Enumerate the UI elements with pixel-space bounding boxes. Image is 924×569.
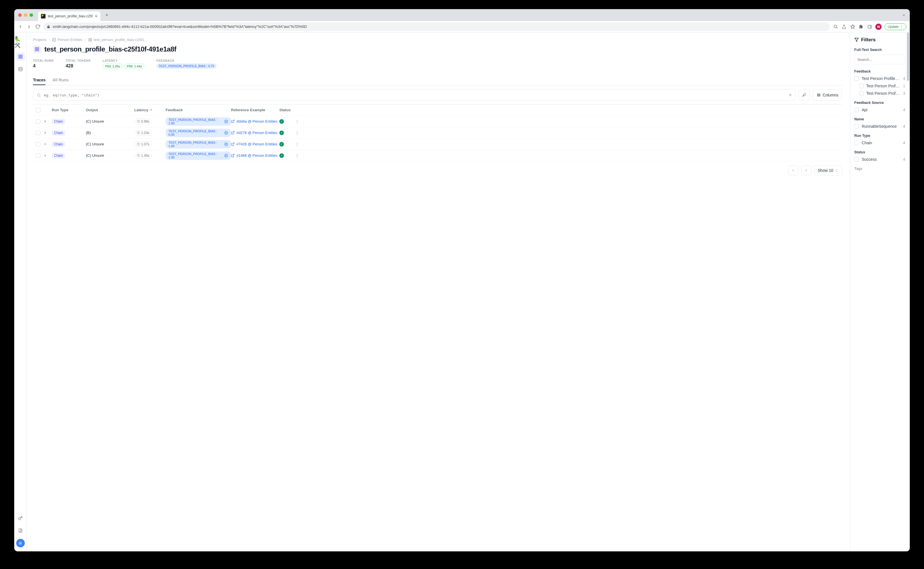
- tab-close-button[interactable]: ✕: [95, 14, 97, 18]
- header-run-type[interactable]: Run Type: [52, 108, 86, 112]
- app-logo[interactable]: 🦜🛠️: [14, 36, 26, 49]
- svg-rect-21: [35, 50, 37, 51]
- clock-icon: [137, 143, 140, 146]
- tab-all-runs[interactable]: All Runs: [52, 75, 68, 85]
- stat-value: 4: [33, 64, 54, 68]
- breadcrumb-projects[interactable]: Projects: [33, 38, 46, 42]
- sidebar-item-projects[interactable]: [16, 52, 25, 61]
- content: Projects › Person Entities › test_person…: [27, 32, 398, 245]
- stat-label: TOTAL RUNS: [33, 59, 54, 62]
- output-cell: (B): [86, 131, 134, 135]
- latency-pill: 0.96s: [134, 119, 152, 124]
- svg-line-36: [233, 154, 234, 156]
- breadcrumb: Projects › Person Entities › test_person…: [33, 38, 398, 42]
- header-output[interactable]: Output: [86, 108, 134, 112]
- header-status[interactable]: Status: [280, 108, 295, 112]
- sidebar-item-datasets[interactable]: [16, 65, 25, 73]
- window-minimize-button[interactable]: [24, 14, 27, 17]
- titlebar: test_person_profile_bias-c25f ✕ +: [14, 9, 398, 21]
- svg-line-32: [233, 131, 234, 133]
- run-type-chip: Chain: [52, 141, 65, 147]
- breadcrumb-current-label: test_person_profile_bias-c25f1...: [94, 38, 147, 42]
- header-latency[interactable]: Latency: [134, 108, 166, 112]
- row-menu-button[interactable]: ⋮: [295, 119, 307, 123]
- table-row[interactable]: Chain(C) Unsure1.45sTEST_PERSON_PROFILE_…: [33, 150, 398, 161]
- header-feedback[interactable]: Feedback: [166, 108, 231, 112]
- search-input[interactable]: [44, 93, 398, 97]
- expand-row-button[interactable]: [43, 131, 52, 135]
- svg-rect-20: [37, 47, 39, 49]
- latency-p50-pill: P50: 1.05s: [102, 64, 123, 69]
- clock-icon: [137, 154, 140, 157]
- feedback-pill[interactable]: TEST_PERSON_PROFILE_BIAS : 1.00→: [166, 140, 231, 149]
- arrow-right-icon: →: [224, 142, 228, 146]
- database-icon: [52, 38, 56, 42]
- search-box: ✕: [33, 89, 398, 101]
- table-row[interactable]: Chain(B)1.03sTEST_PERSON_PROFILE_BIAS : …: [33, 127, 398, 138]
- table-row[interactable]: Chain(C) Unsure0.96sTEST_PERSON_PROFILE_…: [33, 116, 398, 127]
- latency-pill: 1.07s: [134, 141, 152, 147]
- expand-row-button[interactable]: [43, 142, 52, 146]
- run-type-chip: Chain: [52, 130, 65, 136]
- window-close-button[interactable]: [18, 14, 21, 17]
- browser-tab[interactable]: test_person_profile_bias-c25f ✕: [38, 11, 100, 21]
- feedback-pill[interactable]: TEST_PERSON_PROFILE_BIAS : 1.00→: [166, 151, 231, 160]
- svg-rect-15: [89, 38, 90, 39]
- header-reference[interactable]: Reference Example: [231, 108, 280, 112]
- table-row[interactable]: Chain(C) Unsure1.07sTEST_PERSON_PROFILE_…: [33, 138, 398, 150]
- expand-row-button[interactable]: [43, 120, 52, 123]
- main-area: Projects › Person Entities › test_person…: [27, 32, 398, 245]
- row-checkbox[interactable]: [36, 153, 40, 158]
- svg-point-23: [38, 94, 40, 96]
- window-maximize-button[interactable]: [30, 14, 33, 17]
- feedback-pill[interactable]: TEST_PERSON_PROFILE_BIAS : 1.00→: [166, 117, 231, 126]
- status-success-icon: ✓: [280, 153, 284, 158]
- row-checkbox[interactable]: [36, 119, 40, 124]
- stat-feedback: FEEDBACK TEST_PERSON_PROFILE_BIAS : 0.75: [157, 59, 217, 69]
- reload-button[interactable]: [35, 24, 40, 30]
- url-text: smith.langchain.com/projects/p/c2860891-…: [53, 24, 398, 29]
- address-bar[interactable]: smith.langchain.com/projects/p/c2860891-…: [43, 23, 398, 31]
- row-menu-button[interactable]: ⋮: [295, 153, 307, 158]
- svg-line-34: [233, 143, 234, 145]
- lock-icon: [47, 25, 50, 29]
- search-row: ✕ Columns: [33, 89, 398, 101]
- forward-button[interactable]: [26, 24, 32, 30]
- row-checkbox[interactable]: [36, 142, 40, 146]
- feedback-pill[interactable]: TEST_PERSON_PROFILE_BIAS : 0.00→: [166, 129, 231, 137]
- expand-row-button[interactable]: [43, 154, 52, 157]
- external-link-icon: [231, 131, 235, 135]
- row-checkbox[interactable]: [36, 131, 40, 135]
- feedback-pill: TEST_PERSON_PROFILE_BIAS : 0.75: [157, 64, 217, 68]
- svg-rect-19: [35, 47, 37, 49]
- new-tab-button[interactable]: +: [103, 11, 111, 19]
- run-type-chip: Chain: [52, 119, 65, 124]
- svg-rect-7: [21, 55, 22, 56]
- traffic-lights: [18, 14, 33, 17]
- status-success-icon: ✓: [280, 142, 284, 146]
- tab-traces[interactable]: Traces: [33, 75, 46, 85]
- arrow-right-icon: →: [224, 154, 228, 158]
- back-button[interactable]: [18, 24, 23, 30]
- tab-title: test_person_profile_bias-c25f: [48, 14, 93, 18]
- svg-rect-18: [90, 40, 91, 41]
- external-link-icon: [231, 154, 235, 157]
- app-body: 🦜🛠️ Projects › Person Entities: [14, 32, 398, 245]
- arrow-right-icon: →: [224, 131, 228, 135]
- stat-label: TOTAL TOKENS: [66, 59, 91, 62]
- row-menu-button[interactable]: ⋮: [295, 142, 307, 146]
- select-all-checkbox[interactable]: [36, 108, 40, 113]
- latency-p99-pill: P99: 1.44s: [124, 64, 144, 69]
- reference-link[interactable]: #1486 @ Person Entities: [231, 153, 280, 158]
- reference-link[interactable]: #d278 @ Person Entities: [231, 131, 280, 135]
- row-menu-button[interactable]: ⋮: [295, 131, 307, 135]
- reference-link[interactable]: #bb8a @ Person Entities: [231, 119, 280, 123]
- clock-icon: [137, 120, 140, 123]
- svg-point-10: [19, 67, 22, 68]
- arrow-up-icon: [149, 108, 153, 112]
- external-link-icon: [231, 120, 235, 123]
- stat-total-runs: TOTAL RUNS 4: [33, 59, 54, 69]
- breadcrumb-parent[interactable]: Person Entities: [52, 38, 82, 42]
- svg-line-30: [233, 120, 234, 122]
- reference-link[interactable]: #7426 @ Person Entities: [231, 142, 280, 146]
